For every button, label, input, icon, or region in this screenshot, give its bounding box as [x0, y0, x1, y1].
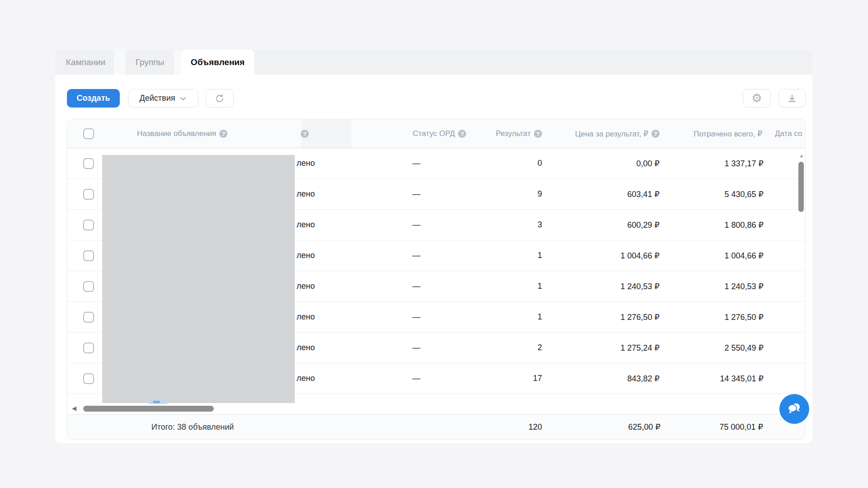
ord-status-cell: —: [405, 148, 428, 178]
result-cell: 1: [538, 240, 542, 271]
horizontal-scrollbar-thumb[interactable]: [83, 406, 214, 412]
redaction-overlay: [102, 155, 295, 403]
result-cell: 1: [538, 271, 542, 301]
partially-hidden-control-accent: [153, 401, 160, 403]
question-help-icon[interactable]: ?: [651, 130, 660, 138]
spent-total-cell: 5 430,65 ₽: [724, 179, 764, 209]
row-checkbox[interactable]: [83, 189, 94, 200]
ads-table: Название объявления ? ? Статус ОРД ? Рез…: [67, 119, 806, 440]
cost-per-result-cell: 1 240,53 ₽: [620, 271, 660, 301]
column-header-ord-status-label: Статус ОРД: [413, 129, 455, 138]
export-download-button[interactable]: [778, 89, 806, 108]
column-header-ad-name-label: Название объявления: [137, 129, 216, 138]
row-checkbox[interactable]: [83, 250, 94, 261]
create-button[interactable]: Создать: [67, 89, 120, 108]
column-header-spent-total[interactable]: Потрачено всего, ₽: [693, 119, 762, 148]
cost-per-result-cell: 1 004,66 ₽: [620, 240, 660, 271]
result-cell: 2: [538, 333, 542, 363]
column-header-result-label: Результат: [496, 129, 531, 138]
row-checkbox[interactable]: [83, 281, 94, 292]
tab-campaigns[interactable]: Кампании: [57, 50, 114, 75]
download-icon: [787, 93, 797, 104]
ad-status-cell: лено: [297, 179, 315, 209]
totals-row: Итого: 38 объявлений 120 625,00 ₽ 75 000…: [67, 414, 805, 439]
ord-status-cell: —: [405, 240, 428, 271]
row-checkbox[interactable]: [83, 343, 94, 353]
column-header-ord-status[interactable]: Статус ОРД ?: [413, 119, 466, 148]
cost-per-result-cell: 843,82 ₽: [627, 363, 660, 394]
ord-status-cell: —: [405, 210, 428, 240]
select-all-cell: [83, 119, 94, 148]
column-header-date-created[interactable]: Дата со: [775, 119, 802, 148]
column-header-cost-per-result-label: Цена за результат, ₽: [575, 129, 648, 139]
cost-per-result-cell: 600,29 ₽: [627, 210, 660, 240]
ord-status-cell: —: [405, 363, 428, 394]
spent-total-cell: 1 800,86 ₽: [724, 210, 764, 240]
cost-per-result-cell: 603,41 ₽: [627, 179, 660, 209]
tab-ads[interactable]: Объявления: [181, 50, 255, 75]
ad-status-cell: лено: [297, 363, 315, 394]
tab-bar: Кампании Группы Объявления: [55, 50, 812, 75]
ord-status-cell: —: [405, 179, 428, 209]
cost-per-result-cell: 1 275,24 ₽: [620, 333, 660, 363]
spent-total-cell: 2 550,49 ₽: [724, 333, 764, 363]
column-header-result[interactable]: Результат ?: [496, 119, 542, 148]
totals-spent-total: 75 000,01 ₽: [719, 415, 763, 439]
scroll-left-arrow-icon[interactable]: ◀: [70, 404, 78, 413]
question-help-icon[interactable]: ?: [534, 130, 542, 138]
column-header-date-created-label: Дата со: [775, 129, 802, 138]
result-cell: 17: [533, 363, 542, 394]
cost-per-result-cell: 0,00 ₽: [637, 148, 660, 178]
ord-status-cell: —: [405, 302, 428, 332]
result-cell: 0: [538, 148, 542, 178]
ad-status-cell: лено: [297, 148, 315, 178]
totals-result: 120: [528, 415, 542, 439]
select-all-checkbox[interactable]: [83, 128, 94, 139]
row-checkbox[interactable]: [83, 312, 94, 323]
refresh-button[interactable]: [206, 89, 234, 108]
result-cell: 1: [538, 302, 542, 332]
table-header-row: Название объявления ? ? Статус ОРД ? Рез…: [67, 119, 805, 148]
spent-total-cell: 1 240,53 ₽: [724, 271, 764, 301]
cost-per-result-cell: 1 276,50 ₽: [620, 302, 660, 332]
question-help-icon[interactable]: ?: [458, 130, 466, 138]
ad-status-cell: лено: [297, 240, 315, 271]
ad-status-cell: лено: [297, 302, 315, 332]
actions-dropdown-button[interactable]: Действия: [128, 89, 198, 108]
ad-status-cell: лено: [297, 333, 315, 363]
column-header-spent-total-label: Потрачено всего, ₽: [693, 129, 762, 139]
tab-groups[interactable]: Группы: [126, 50, 174, 75]
hidden-column-shade: [302, 119, 351, 148]
column-header-cost-per-result[interactable]: Цена за результат, ₽ ?: [575, 119, 660, 148]
ads-manager-panel: Кампании Группы Объявления Создать Дейст…: [55, 50, 812, 443]
chevron-down-icon: [179, 95, 187, 102]
spent-total-cell: 14 345,01 ₽: [720, 363, 764, 394]
row-checkbox[interactable]: [83, 373, 94, 384]
settings-button[interactable]: ⚙: [743, 89, 771, 108]
column-header-hidden[interactable]: ?: [301, 119, 309, 148]
tab-divider: [174, 50, 181, 75]
ord-status-cell: —: [405, 333, 428, 363]
spent-total-cell: 1 004,66 ₽: [724, 240, 764, 271]
row-checkbox[interactable]: [83, 158, 94, 169]
refresh-icon: [214, 93, 225, 104]
column-header-ad-name[interactable]: Название объявления ?: [137, 119, 227, 148]
question-help-icon[interactable]: ?: [219, 130, 227, 138]
ad-status-cell: лено: [297, 271, 315, 301]
tab-divider: [114, 50, 126, 75]
partially-hidden-control: [148, 400, 168, 404]
question-help-icon[interactable]: ?: [301, 130, 309, 138]
actions-label: Действия: [140, 94, 175, 103]
row-checkbox[interactable]: [83, 220, 94, 230]
ord-status-cell: —: [405, 271, 428, 301]
result-cell: 9: [538, 179, 542, 209]
ad-status-cell: лено: [297, 210, 315, 240]
spent-total-cell: 1 276,50 ₽: [724, 302, 764, 332]
totals-label: Итого: 38 объявлений: [125, 415, 260, 439]
scroll-up-arrow-icon[interactable]: ▲: [798, 153, 805, 159]
gear-icon: ⚙: [751, 91, 762, 105]
chat-bubbles-icon: [786, 400, 803, 418]
vertical-scrollbar-thumb[interactable]: [798, 162, 804, 212]
support-chat-button[interactable]: [779, 394, 809, 424]
totals-cost-per-result: 625,00 ₽: [628, 415, 660, 439]
